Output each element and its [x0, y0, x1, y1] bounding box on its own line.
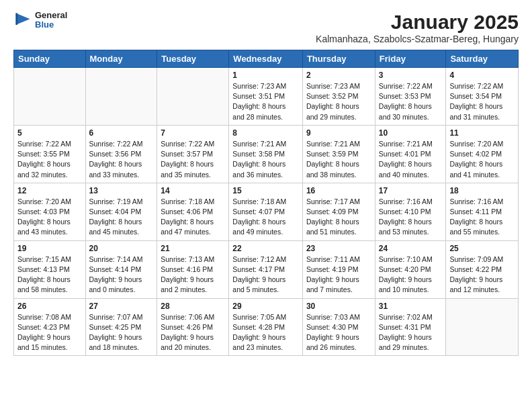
day-info: Sunrise: 7:03 AMSunset: 4:30 PMDaylight:… [306, 312, 371, 353]
logo-icon [13, 11, 32, 30]
day-number: 6 [89, 128, 154, 138]
day-header-tuesday: Tuesday [157, 50, 229, 68]
day-info: Sunrise: 7:20 AMSunset: 4:02 PMDaylight:… [449, 139, 515, 180]
day-header-thursday: Thursday [302, 50, 375, 68]
title-block: January 2025 Kalmanhaza, Szabolcs-Szatma… [316, 11, 519, 44]
calendar-cell: 4Sunrise: 7:22 AMSunset: 3:54 PMDaylight… [446, 68, 519, 126]
day-info: Sunrise: 7:20 AMSunset: 4:03 PMDaylight:… [17, 197, 82, 238]
day-header-friday: Friday [375, 50, 446, 68]
calendar-cell: 30Sunrise: 7:03 AMSunset: 4:30 PMDayligh… [302, 298, 375, 356]
day-number: 20 [89, 244, 154, 253]
calendar-cell: 8Sunrise: 7:21 AMSunset: 3:58 PMDaylight… [229, 125, 303, 183]
day-header-wednesday: Wednesday [229, 50, 303, 68]
logo-blue: Blue [35, 20, 67, 30]
calendar-cell: 31Sunrise: 7:02 AMSunset: 4:31 PMDayligh… [375, 298, 446, 356]
calendar-cell: 23Sunrise: 7:11 AMSunset: 4:19 PMDayligh… [302, 240, 375, 298]
day-header-saturday: Saturday [446, 50, 519, 68]
day-number: 10 [379, 128, 443, 138]
day-number: 12 [17, 186, 82, 195]
calendar-title: January 2025 [316, 11, 519, 34]
week-row-4: 19Sunrise: 7:15 AMSunset: 4:13 PMDayligh… [14, 240, 519, 298]
day-number: 15 [232, 186, 299, 195]
day-number: 17 [379, 186, 443, 195]
day-number: 9 [306, 128, 371, 138]
day-info: Sunrise: 7:23 AMSunset: 3:51 PMDaylight:… [232, 81, 299, 122]
logo-text: General Blue [35, 11, 67, 30]
day-info: Sunrise: 7:13 AMSunset: 4:16 PMDaylight:… [161, 255, 225, 295]
day-number: 19 [17, 244, 82, 253]
day-number: 24 [379, 244, 443, 253]
calendar-cell: 1Sunrise: 7:23 AMSunset: 3:51 PMDaylight… [229, 68, 303, 126]
day-info: Sunrise: 7:08 AMSunset: 4:23 PMDaylight:… [17, 312, 82, 353]
day-number: 21 [161, 244, 225, 253]
day-number: 30 [306, 302, 371, 311]
calendar-cell: 20Sunrise: 7:14 AMSunset: 4:14 PMDayligh… [85, 240, 157, 298]
svg-rect-2 [16, 13, 18, 26]
logo: General Blue [13, 11, 67, 30]
day-info: Sunrise: 7:23 AMSunset: 3:52 PMDaylight:… [306, 81, 371, 122]
day-number: 3 [379, 71, 443, 80]
day-info: Sunrise: 7:21 AMSunset: 4:01 PMDaylight:… [379, 139, 443, 180]
calendar-cell: 9Sunrise: 7:21 AMSunset: 3:59 PMDaylight… [302, 125, 375, 183]
day-number: 22 [232, 244, 299, 253]
page: General Blue January 2025 Kalmanhaza, Sz… [0, 0, 532, 367]
day-info: Sunrise: 7:22 AMSunset: 3:55 PMDaylight:… [17, 139, 82, 180]
day-header-monday: Monday [85, 50, 157, 68]
calendar-cell: 15Sunrise: 7:18 AMSunset: 4:07 PMDayligh… [229, 183, 303, 240]
calendar-cell [446, 298, 519, 356]
day-number: 4 [449, 71, 515, 80]
day-number: 13 [89, 186, 154, 195]
calendar-cell [157, 68, 229, 126]
day-info: Sunrise: 7:17 AMSunset: 4:09 PMDaylight:… [306, 197, 371, 238]
day-number: 18 [449, 186, 515, 195]
day-info: Sunrise: 7:21 AMSunset: 3:58 PMDaylight:… [232, 139, 299, 180]
calendar-cell: 12Sunrise: 7:20 AMSunset: 4:03 PMDayligh… [14, 183, 86, 240]
calendar-cell: 3Sunrise: 7:22 AMSunset: 3:53 PMDaylight… [375, 68, 446, 126]
calendar-cell [14, 68, 86, 126]
day-info: Sunrise: 7:05 AMSunset: 4:28 PMDaylight:… [232, 312, 299, 353]
day-info: Sunrise: 7:11 AMSunset: 4:19 PMDaylight:… [306, 255, 371, 295]
calendar-table: SundayMondayTuesdayWednesdayThursdayFrid… [13, 50, 519, 356]
day-info: Sunrise: 7:22 AMSunset: 3:57 PMDaylight:… [161, 139, 225, 180]
day-info: Sunrise: 7:12 AMSunset: 4:17 PMDaylight:… [232, 255, 299, 295]
day-number: 1 [232, 71, 299, 80]
week-row-1: 1Sunrise: 7:23 AMSunset: 3:51 PMDaylight… [14, 68, 519, 126]
day-info: Sunrise: 7:22 AMSunset: 3:56 PMDaylight:… [89, 139, 154, 180]
week-row-5: 26Sunrise: 7:08 AMSunset: 4:23 PMDayligh… [14, 298, 519, 356]
calendar-cell: 16Sunrise: 7:17 AMSunset: 4:09 PMDayligh… [302, 183, 375, 240]
logo-general: General [35, 11, 67, 20]
week-row-3: 12Sunrise: 7:20 AMSunset: 4:03 PMDayligh… [14, 183, 519, 240]
day-info: Sunrise: 7:02 AMSunset: 4:31 PMDaylight:… [379, 312, 443, 353]
day-number: 25 [449, 244, 515, 253]
header: General Blue January 2025 Kalmanhaza, Sz… [13, 11, 519, 44]
calendar-cell: 11Sunrise: 7:20 AMSunset: 4:02 PMDayligh… [446, 125, 519, 183]
day-info: Sunrise: 7:14 AMSunset: 4:14 PMDaylight:… [89, 255, 154, 295]
day-info: Sunrise: 7:22 AMSunset: 3:54 PMDaylight:… [449, 81, 515, 122]
day-number: 7 [161, 128, 225, 138]
day-info: Sunrise: 7:10 AMSunset: 4:20 PMDaylight:… [379, 255, 443, 295]
calendar-cell: 28Sunrise: 7:06 AMSunset: 4:26 PMDayligh… [157, 298, 229, 356]
day-number: 29 [232, 302, 299, 311]
calendar-cell: 6Sunrise: 7:22 AMSunset: 3:56 PMDaylight… [85, 125, 157, 183]
calendar-cell: 10Sunrise: 7:21 AMSunset: 4:01 PMDayligh… [375, 125, 446, 183]
day-info: Sunrise: 7:18 AMSunset: 4:07 PMDaylight:… [232, 197, 299, 238]
calendar-cell: 7Sunrise: 7:22 AMSunset: 3:57 PMDaylight… [157, 125, 229, 183]
day-info: Sunrise: 7:16 AMSunset: 4:10 PMDaylight:… [379, 197, 443, 238]
day-number: 27 [89, 302, 154, 311]
day-info: Sunrise: 7:09 AMSunset: 4:22 PMDaylight:… [449, 255, 515, 295]
day-info: Sunrise: 7:18 AMSunset: 4:06 PMDaylight:… [161, 197, 225, 238]
calendar-cell: 17Sunrise: 7:16 AMSunset: 4:10 PMDayligh… [375, 183, 446, 240]
day-number: 26 [17, 302, 82, 311]
day-number: 23 [306, 244, 371, 253]
calendar-cell: 24Sunrise: 7:10 AMSunset: 4:20 PMDayligh… [375, 240, 446, 298]
calendar-cell: 27Sunrise: 7:07 AMSunset: 4:25 PMDayligh… [85, 298, 157, 356]
day-info: Sunrise: 7:16 AMSunset: 4:11 PMDaylight:… [449, 197, 515, 238]
day-info: Sunrise: 7:19 AMSunset: 4:04 PMDaylight:… [89, 197, 154, 238]
days-header-row: SundayMondayTuesdayWednesdayThursdayFrid… [14, 50, 519, 68]
day-number: 2 [306, 71, 371, 80]
calendar-cell: 19Sunrise: 7:15 AMSunset: 4:13 PMDayligh… [14, 240, 86, 298]
day-info: Sunrise: 7:21 AMSunset: 3:59 PMDaylight:… [306, 139, 371, 180]
calendar-cell: 13Sunrise: 7:19 AMSunset: 4:04 PMDayligh… [85, 183, 157, 240]
calendar-cell: 21Sunrise: 7:13 AMSunset: 4:16 PMDayligh… [157, 240, 229, 298]
day-number: 16 [306, 186, 371, 195]
